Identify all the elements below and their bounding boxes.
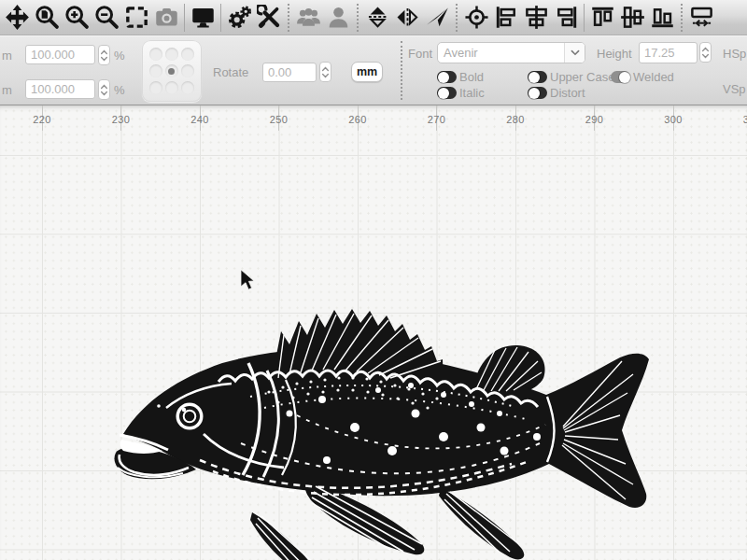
- toolbar-separator: [357, 4, 359, 32]
- toolbar-separator: [456, 4, 458, 32]
- tools-wrench-icon[interactable]: [254, 2, 284, 34]
- anchor-middle-left[interactable]: [149, 64, 162, 77]
- width-scale-stepper[interactable]: [98, 45, 110, 65]
- toolbar-separator: [184, 4, 185, 32]
- move-to-center-icon[interactable]: [461, 2, 491, 34]
- options-separator: [401, 41, 402, 100]
- fish-artwork[interactable]: [110, 303, 654, 560]
- toolbar-separator: [288, 4, 289, 32]
- monitor-icon[interactable]: [188, 2, 218, 34]
- hspace-label: HSp: [723, 47, 746, 61]
- font-combobox-value: Avenir: [438, 46, 564, 60]
- welded-toggle-knob[interactable]: [611, 71, 630, 83]
- text-height-stepper[interactable]: [699, 42, 712, 63]
- width-scale-field[interactable]: [25, 45, 95, 64]
- anchor-center[interactable]: [165, 64, 178, 77]
- distort-toggle-knob[interactable]: [528, 87, 547, 99]
- ruler-label: 290: [585, 114, 603, 125]
- upper-case-toggle[interactable]: Upper Case: [528, 70, 614, 84]
- anchor-point-selector[interactable]: [142, 40, 202, 102]
- distort-toggle[interactable]: Distort: [528, 86, 585, 100]
- welded-toggle[interactable]: Welded: [611, 70, 674, 84]
- ruler-label: 240: [190, 114, 208, 125]
- font-combobox[interactable]: Avenir: [437, 42, 585, 63]
- shear-icon[interactable]: [422, 2, 452, 34]
- align-center-vertical-icon[interactable]: [521, 2, 551, 34]
- align-top-icon[interactable]: [587, 2, 617, 34]
- align-bottom-icon[interactable]: [647, 2, 677, 34]
- horizontal-ruler: 220230240250260270280290300310: [0, 105, 747, 131]
- align-left-icon[interactable]: [491, 2, 521, 34]
- anchor-bottom-left[interactable]: [149, 81, 162, 94]
- toolbar-separator: [681, 4, 683, 32]
- rotate-stepper[interactable]: [319, 62, 331, 82]
- upper-case-toggle-knob[interactable]: [528, 71, 547, 83]
- camera-icon: [151, 2, 181, 34]
- ruler-label: 230: [112, 114, 130, 125]
- vspace-label: VSp: [723, 82, 746, 96]
- bold-toggle-knob[interactable]: [437, 71, 457, 83]
- align-middle-horizontal-icon[interactable]: [617, 2, 647, 34]
- settings-gears-icon[interactable]: [224, 2, 254, 34]
- main-toolbar: [0, 0, 747, 35]
- units-mm-button[interactable]: mm: [351, 62, 383, 82]
- anchor-top-left[interactable]: [149, 48, 162, 61]
- user-group-icon: [293, 2, 323, 34]
- anchor-bottom-center[interactable]: [165, 81, 178, 94]
- font-label: Font: [408, 47, 432, 61]
- anchor-middle-right[interactable]: [181, 64, 194, 77]
- rotate-field[interactable]: [262, 63, 317, 82]
- height-percent-sign: %: [114, 83, 125, 97]
- ruler-label: 250: [270, 114, 288, 125]
- ruler-label: 270: [428, 114, 445, 125]
- application-window: { "toolbar_main": { "icons": [ {"name":"…: [0, 0, 747, 560]
- marquee-select-icon[interactable]: [121, 2, 151, 34]
- ruler-label: 280: [506, 114, 524, 125]
- toolbar-separator: [584, 4, 585, 32]
- user-icon: [323, 2, 353, 34]
- mouse-cursor: [240, 270, 255, 292]
- pan-tool-icon[interactable]: [2, 2, 32, 34]
- italic-toggle-knob[interactable]: [437, 87, 457, 99]
- make-same-width-icon[interactable]: [686, 2, 716, 34]
- width-percent-sign: %: [114, 49, 125, 63]
- bold-toggle[interactable]: Bold: [437, 70, 484, 84]
- zoom-page-icon[interactable]: [32, 2, 62, 34]
- height-unit-suffix: m: [2, 83, 12, 97]
- design-canvas[interactable]: 220230240250260270280290300310: [0, 105, 747, 560]
- align-right-icon[interactable]: [551, 2, 581, 34]
- options-toolbar: m % m % Rotate mm Font Avenir Height: [0, 35, 747, 105]
- height-scale-stepper[interactable]: [98, 79, 110, 100]
- italic-toggle[interactable]: Italic: [437, 86, 485, 100]
- ruler-label: 300: [664, 114, 682, 125]
- toolbar-separator: [220, 4, 221, 32]
- text-height-field[interactable]: [639, 42, 698, 63]
- flip-vertical-icon[interactable]: [362, 2, 392, 34]
- text-height-label: Height: [597, 47, 632, 61]
- anchor-top-center[interactable]: [165, 48, 178, 61]
- chevron-down-icon[interactable]: [564, 43, 585, 63]
- anchor-bottom-right[interactable]: [181, 81, 194, 94]
- zoom-out-icon[interactable]: [92, 2, 121, 34]
- zoom-in-icon[interactable]: [62, 2, 92, 34]
- ruler-label: 220: [33, 114, 50, 125]
- ruler-label: 310: [743, 114, 747, 125]
- height-scale-field[interactable]: [25, 79, 95, 99]
- rotate-label: Rotate: [213, 65, 248, 79]
- anchor-top-right[interactable]: [181, 48, 194, 61]
- ruler-label: 260: [348, 114, 366, 125]
- flip-horizontal-icon[interactable]: [392, 2, 422, 34]
- width-unit-suffix: m: [2, 49, 12, 63]
